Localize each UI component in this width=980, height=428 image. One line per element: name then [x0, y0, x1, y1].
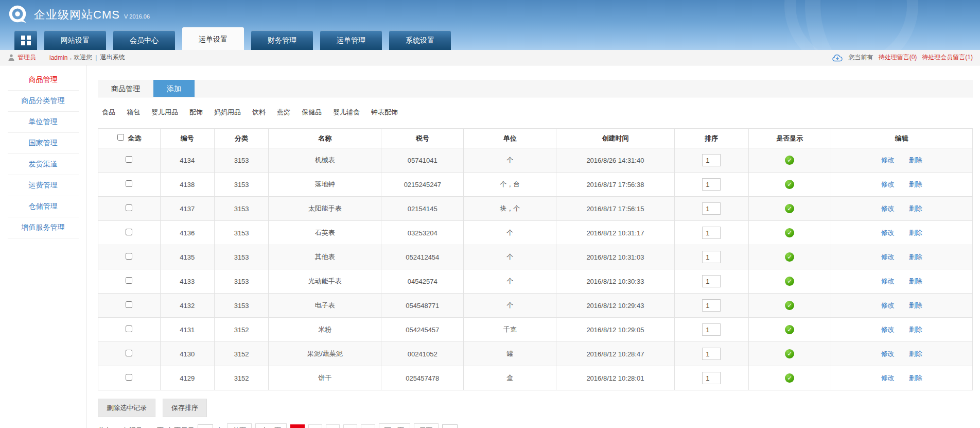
- next-page-button[interactable]: 下一页: [379, 423, 410, 428]
- row-checkbox[interactable]: [126, 180, 132, 187]
- filter-birds-nest[interactable]: 燕窝: [277, 108, 290, 117]
- sidebar-item-shipping-channel[interactable]: 发货渠道: [8, 154, 79, 175]
- filter-health-products[interactable]: 保健品: [302, 108, 322, 117]
- nav-tab-site-settings[interactable]: 网站设置: [44, 30, 106, 50]
- sidebar-item-goods-manage[interactable]: 商品管理: [8, 70, 79, 91]
- green-check-icon[interactable]: ✓: [785, 325, 794, 334]
- delete-link[interactable]: 删除: [909, 374, 922, 382]
- filter-baby-food[interactable]: 婴儿辅食: [333, 108, 360, 117]
- sidebar-item-value-added-service[interactable]: 增值服务管理: [8, 217, 79, 238]
- filter-food[interactable]: 食品: [102, 108, 115, 117]
- nav-home-grid-button[interactable]: [14, 30, 37, 50]
- page-button-1-current[interactable]: 1: [290, 424, 304, 428]
- nav-tab-system-settings[interactable]: 系统设置: [389, 30, 451, 50]
- edit-link[interactable]: 修改: [881, 301, 895, 309]
- sort-input[interactable]: [702, 227, 721, 239]
- delete-link[interactable]: 删除: [909, 350, 922, 357]
- delete-selected-button[interactable]: 删除选中记录: [98, 399, 155, 417]
- row-checkbox[interactable]: [126, 350, 132, 356]
- edit-link[interactable]: 修改: [881, 180, 895, 188]
- row-checkbox[interactable]: [126, 229, 132, 235]
- green-check-icon[interactable]: ✓: [785, 277, 794, 286]
- row-checkbox[interactable]: [126, 301, 132, 308]
- row-checkbox[interactable]: [126, 156, 132, 163]
- per-page-input[interactable]: [198, 424, 213, 428]
- delete-link[interactable]: 删除: [909, 180, 922, 188]
- row-checkbox[interactable]: [126, 326, 132, 332]
- delete-link[interactable]: 删除: [909, 277, 922, 285]
- sort-input[interactable]: [702, 348, 721, 360]
- cell-id: 4132: [160, 294, 214, 318]
- page-jump-select[interactable]: 1: [442, 424, 458, 428]
- edit-link[interactable]: 修改: [881, 229, 895, 236]
- tab-add[interactable]: 添加: [153, 80, 195, 97]
- sort-input[interactable]: [702, 372, 721, 384]
- page-button-3[interactable]: 3: [326, 424, 340, 428]
- sidebar-item-freight-manage[interactable]: 运费管理: [8, 175, 79, 196]
- header-select-all: 全选: [98, 129, 161, 148]
- edit-link[interactable]: 修改: [881, 204, 895, 212]
- green-check-icon[interactable]: ✓: [785, 156, 794, 165]
- edit-link[interactable]: 修改: [881, 277, 895, 285]
- delete-link[interactable]: 删除: [909, 156, 922, 164]
- nav-tab-member-center[interactable]: 会员中心: [113, 30, 175, 50]
- green-check-icon[interactable]: ✓: [785, 301, 794, 310]
- edit-link[interactable]: 修改: [881, 374, 895, 382]
- edit-link[interactable]: 修改: [881, 156, 895, 164]
- page-button-5[interactable]: 5: [361, 424, 375, 428]
- filter-accessories[interactable]: 配饰: [189, 108, 203, 117]
- row-checkbox[interactable]: [126, 204, 132, 211]
- sort-input[interactable]: [702, 202, 721, 215]
- filter-bags[interactable]: 箱包: [127, 108, 140, 117]
- cloud-download-icon: [832, 54, 843, 62]
- delete-link[interactable]: 删除: [909, 301, 922, 309]
- sort-input[interactable]: [702, 299, 721, 312]
- select-all-checkbox[interactable]: [117, 134, 124, 141]
- edit-link[interactable]: 修改: [881, 350, 895, 357]
- sidebar-item-warehouse-manage[interactable]: 仓储管理: [8, 196, 79, 217]
- green-check-icon[interactable]: ✓: [785, 180, 794, 189]
- sort-input[interactable]: [702, 251, 721, 263]
- nav-tab-waybill-manage[interactable]: 运单管理: [320, 30, 382, 50]
- sidebar-item-goods-category[interactable]: 商品分类管理: [8, 91, 79, 112]
- cell-created: 2016/8/12 10:29:43: [556, 294, 674, 318]
- green-check-icon[interactable]: ✓: [785, 349, 794, 358]
- save-sort-button[interactable]: 保存排序: [163, 399, 207, 417]
- delete-link[interactable]: 删除: [909, 204, 922, 212]
- logout-link[interactable]: 退出系统: [100, 53, 125, 62]
- tab-goods-list[interactable]: 商品管理: [98, 80, 153, 97]
- row-checkbox[interactable]: [126, 277, 132, 284]
- page-button-4[interactable]: 4: [343, 424, 357, 428]
- filter-drinks[interactable]: 饮料: [252, 108, 266, 117]
- sort-input[interactable]: [702, 323, 721, 336]
- delete-link[interactable]: 删除: [909, 229, 922, 236]
- edit-link[interactable]: 修改: [881, 326, 895, 333]
- filter-watch-accessories[interactable]: 钟表配饰: [371, 108, 398, 117]
- row-checkbox[interactable]: [126, 374, 132, 381]
- cell-visible: ✓: [749, 197, 831, 221]
- filter-baby-products[interactable]: 婴儿用品: [151, 108, 178, 117]
- edit-link[interactable]: 修改: [881, 253, 895, 261]
- delete-link[interactable]: 删除: [909, 253, 922, 261]
- page-button-2[interactable]: 2: [308, 424, 322, 428]
- prev-page-button[interactable]: 上一页: [255, 423, 287, 428]
- sort-input[interactable]: [702, 275, 721, 287]
- pending-member-messages-link[interactable]: 待处理会员留言(1): [922, 53, 973, 62]
- last-page-button[interactable]: 尾页: [414, 423, 439, 428]
- header-id: 编号: [160, 129, 214, 148]
- green-check-icon[interactable]: ✓: [785, 228, 794, 237]
- nav-tab-finance[interactable]: 财务管理: [251, 30, 313, 50]
- sidebar-item-country-manage[interactable]: 国家管理: [8, 133, 79, 154]
- filter-mom-products[interactable]: 妈妈用品: [214, 108, 241, 117]
- delete-link[interactable]: 删除: [909, 326, 922, 333]
- nav-tab-waybill-settings[interactable]: 运单设置: [182, 27, 244, 50]
- sort-input[interactable]: [702, 178, 721, 191]
- sidebar-item-unit-manage[interactable]: 单位管理: [8, 112, 79, 133]
- sort-input[interactable]: [702, 154, 721, 166]
- green-check-icon[interactable]: ✓: [785, 204, 794, 213]
- first-page-button[interactable]: 首页: [227, 423, 252, 428]
- row-checkbox[interactable]: [126, 253, 132, 260]
- green-check-icon[interactable]: ✓: [785, 373, 794, 383]
- pending-messages-link[interactable]: 待处理留言(0): [879, 53, 917, 62]
- green-check-icon[interactable]: ✓: [785, 252, 794, 262]
